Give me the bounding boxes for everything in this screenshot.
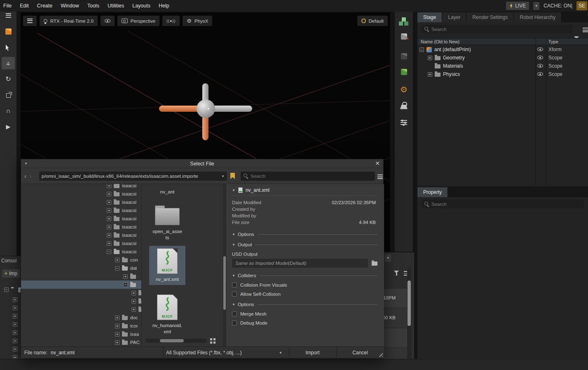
prim-name[interactable]: Materials: [443, 63, 463, 69]
stage-row-materials[interactable]: MaterialsScope: [417, 62, 588, 70]
visibility-eye-icon[interactable]: [537, 47, 543, 51]
horizontal-scrollbar[interactable]: [145, 339, 207, 343]
rotate-tool-button[interactable]: ↻: [0, 74, 16, 83]
stage-search[interactable]: [422, 25, 573, 34]
move-tool-button[interactable]: ↔↕: [2, 57, 15, 69]
dropdown-caret-icon[interactable]: ▼: [279, 351, 282, 355]
cursor-tool-button[interactable]: [0, 44, 16, 52]
type-column-header[interactable]: Type: [548, 39, 558, 44]
expander-icon[interactable]: +: [131, 291, 136, 295]
dialog-search-input[interactable]: [241, 172, 375, 181]
expander-icon[interactable]: −: [4, 288, 9, 292]
menu-item-window[interactable]: Window: [61, 3, 79, 9]
file-tree-item-item[interactable]: +: [21, 297, 141, 305]
preferences-button[interactable]: [395, 118, 413, 127]
checkbox[interactable]: [232, 321, 237, 325]
property-search-input[interactable]: [422, 200, 584, 209]
expander-icon[interactable]: -: [419, 47, 424, 52]
file-tree-item-isaacsi[interactable]: +isaacsi: [21, 190, 141, 198]
file-tree-item-isaacsi[interactable]: +isaacsi: [21, 206, 141, 214]
dialog-title-bar[interactable]: ▼ Select File ✕: [21, 159, 383, 168]
dialog-search[interactable]: [241, 172, 375, 181]
checkbox-collision-from-visuals[interactable]: Collision From Visuals: [232, 281, 377, 289]
visibility-eye-icon[interactable]: [537, 64, 543, 68]
renderer-dropdown[interactable]: RTX - Real-Time 2.0: [40, 16, 98, 26]
expander-icon[interactable]: −: [123, 283, 128, 287]
mass-tool-button[interactable]: [395, 101, 413, 111]
visibility-eye-icon[interactable]: [537, 72, 543, 76]
file-tree-item-item[interactable]: −: [21, 280, 141, 289]
file-tree-item-isaacsi[interactable]: +isaacsi: [21, 184, 141, 190]
menu-item-file[interactable]: File: [3, 3, 12, 9]
details-header[interactable]: ▼ nv_ant.xml: [232, 187, 377, 196]
dark-cube-button[interactable]: [395, 52, 413, 60]
physics-dropdown[interactable]: ⚙ PhysX: [183, 16, 212, 26]
expander-icon[interactable]: +: [107, 241, 111, 246]
browse-folder-icon[interactable]: [372, 262, 377, 266]
checkbox[interactable]: [232, 283, 237, 288]
collapse-caret-icon[interactable]: ▼: [232, 189, 235, 192]
expander-icon[interactable]: +: [107, 192, 111, 196]
menu-item-create[interactable]: Create: [37, 3, 53, 9]
select-mode-button[interactable]: [0, 27, 16, 35]
expander-icon[interactable]: +: [107, 217, 111, 221]
delete-prim-button[interactable]: ✕: [395, 32, 413, 40]
menu-item-edit[interactable]: Edit: [20, 3, 29, 9]
expander-icon[interactable]: +: [13, 330, 17, 335]
expander-icon[interactable]: +: [131, 299, 136, 304]
physics-settings-button[interactable]: ⚙: [395, 84, 413, 95]
stage-row-geometry[interactable]: +GeometryScope: [417, 54, 588, 62]
file-tree-item-isaa[interactable]: +isaa: [21, 330, 141, 338]
prim-name[interactable]: Geometry: [443, 55, 465, 61]
path-field[interactable]: ▼: [39, 172, 227, 181]
expander-icon[interactable]: +: [107, 200, 111, 205]
expander-icon[interactable]: +: [13, 322, 17, 327]
path-input[interactable]: [39, 172, 227, 181]
tab-console[interactable]: Consol: [1, 258, 16, 264]
stage-row-ant-defaultprim[interactable]: -ant (defaultPrim)Xform: [417, 45, 588, 54]
import-button[interactable]: Import: [289, 347, 336, 358]
expander-icon[interactable]: −: [115, 266, 119, 271]
stage-search-input[interactable]: [422, 25, 573, 34]
live-dropdown-button[interactable]: ▼: [533, 2, 539, 10]
viewport-options-button[interactable]: [23, 16, 37, 26]
file-tree-item-pac[interactable]: +PAC: [21, 338, 141, 346]
scrollbar-thumb[interactable]: [408, 280, 411, 326]
section-options[interactable]: ▼ Options: [232, 232, 377, 237]
file-type-dropdown[interactable]: All Supported Files (*.fbx, *.obj, ...): [166, 350, 241, 356]
stage-cubes-button[interactable]: [395, 16, 413, 26]
expander-icon[interactable]: +: [428, 72, 432, 77]
visibility-eye-icon[interactable]: [537, 56, 543, 59]
file-tile-nv-ant-xml[interactable]: MJCFnv_ant.xml: [149, 246, 185, 285]
tab-property[interactable]: Property: [417, 187, 448, 197]
section-colliders[interactable]: ▼ Colliders: [232, 273, 377, 278]
snap-tool-button[interactable]: ∩: [0, 106, 16, 115]
collapse-caret-icon[interactable]: ▼: [24, 162, 28, 165]
expander-icon[interactable]: +: [123, 274, 128, 279]
name-column-header[interactable]: Name (Old to New): [421, 39, 459, 44]
breadcrumb-dropdown[interactable]: ▼: [385, 254, 391, 262]
scrollbar-thumb[interactable]: [160, 339, 184, 342]
file-tree-item-item[interactable]: +: [21, 272, 141, 280]
checkbox-debug-mode[interactable]: Debug Mode: [232, 319, 377, 327]
prim-name[interactable]: Physics: [443, 71, 460, 77]
expander-icon[interactable]: +: [13, 306, 17, 310]
tab-layer[interactable]: Layer: [442, 12, 466, 22]
live-sync-button[interactable]: LIVE: [506, 2, 529, 10]
file-name-value[interactable]: nv_ant.xml: [51, 350, 75, 356]
play-button[interactable]: ▶: [0, 122, 16, 131]
expander-icon[interactable]: +: [107, 184, 111, 188]
checkbox-allow-self-collision[interactable]: Allow Self-Collision: [232, 290, 377, 298]
audio-button[interactable]: ((●)): [162, 16, 180, 26]
usd-output-input[interactable]: [232, 259, 368, 268]
expander-icon[interactable]: +: [131, 307, 136, 312]
property-search[interactable]: [422, 200, 584, 209]
section-output[interactable]: ▼ Output: [232, 242, 377, 247]
checkbox-merge-mesh[interactable]: Merge Mesh: [232, 310, 377, 318]
file-tree-item-isaacsi[interactable]: −isaacsi: [21, 247, 141, 256]
toolbar-menu-button[interactable]: [0, 12, 16, 19]
forward-button[interactable]: ›: [28, 172, 33, 179]
expander-icon[interactable]: +: [13, 339, 17, 343]
file-tree-item-isaacsi[interactable]: +isaacsi: [21, 239, 141, 247]
file-tree-item-icor[interactable]: +icor: [21, 322, 141, 330]
